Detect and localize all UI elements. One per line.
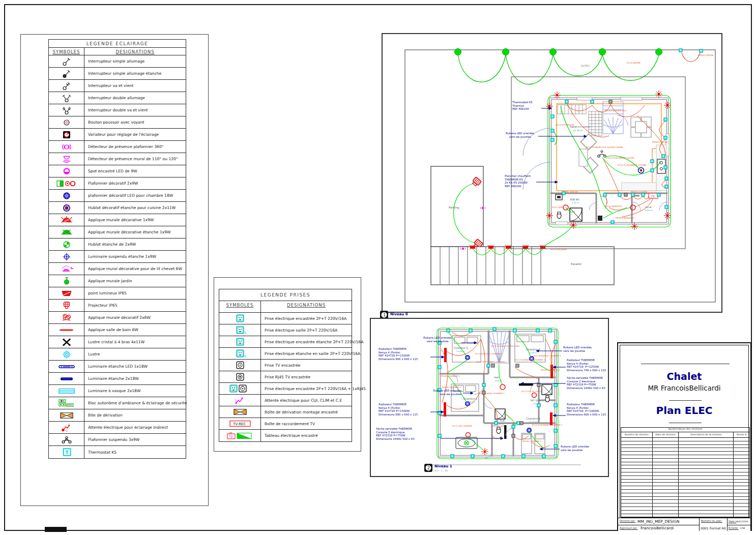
legend-label: Prise électrique saille 2P+T 220V/16A <box>261 324 337 336</box>
legend-row: Applique murale décoratif 2x6W <box>49 312 186 324</box>
wire-label: ECLA PLAFONNIER CHAMBRE 4 <box>532 424 563 426</box>
legend-label: Détecteur de présence plafonnier 360° <box>84 141 164 153</box>
legend-label: Interrupteur simple allumage étanche <box>84 68 161 79</box>
annotation-rubans-2: Rubans LED orientés vers les poutres <box>563 346 608 352</box>
interrupteur-va-et-vient-icon <box>49 80 84 92</box>
sheet-corner-chip <box>45 527 67 532</box>
info-date-scale: Date : 18/02/2026 Echelle: 1/50 <box>728 518 750 531</box>
projecteur-ip65-icon <box>49 300 84 311</box>
wire-label: ECLA RUBANS LED ESCALIER <box>491 345 519 347</box>
annotation-thermostat: Thermostat KS Thermor REF 400104 <box>512 101 543 111</box>
plafonnier-18-icon <box>49 190 84 201</box>
approved-value: FrancoisBellicardi <box>641 526 674 530</box>
legend-row: Lustre cristal à 4 bras 4x11W <box>49 336 186 348</box>
room-label-ch4: Chambre 4 <box>526 417 540 420</box>
legend-row: Variateur pour réglage de l'éclairage <box>49 129 186 141</box>
detecteur-mural-icon <box>49 153 84 165</box>
room-area: 11.50 m² <box>529 421 538 423</box>
legend-label: Attente électrique pour CUI, CLIM et C.E <box>261 395 342 406</box>
legend-row: TThermostat KS <box>49 446 186 458</box>
applique-etanche-icon <box>49 226 84 238</box>
legend-row: plafonnier décoratif LED pour chambre 18… <box>49 190 186 202</box>
revision-row <box>621 511 749 514</box>
prise-etanche-saille-icon: S <box>219 348 261 359</box>
revision-row <box>621 445 749 449</box>
legend-row: Luminaire à vasque 2x18W <box>49 385 186 397</box>
legend-row: TETableau électrique encastré <box>219 430 352 441</box>
prise-saille-icon: S <box>219 324 261 336</box>
legend-row: Lustre <box>49 348 186 361</box>
applique-1x9-icon <box>49 214 84 226</box>
wire-label: ECLA RUBANS CHAMBRE 1 <box>479 392 505 395</box>
legend-label: Luminaire suspendu étanche 1x9W <box>84 251 156 262</box>
revision-table-title: Nomenclature des révisions <box>621 428 749 432</box>
separator <box>669 423 702 423</box>
tableau-electrique-icon: TE <box>219 430 261 441</box>
legend-row: Bite de dérivation <box>49 409 186 422</box>
prise-encastree-etanche-icon <box>219 336 261 347</box>
svg-text:S: S <box>244 331 246 335</box>
legend-row: Plafonnier suspendu 3x9W <box>49 434 186 446</box>
variateur-icon <box>49 129 84 140</box>
legend-label: Prise électrique encastrée 2P+T 220V/16A <box>261 313 346 324</box>
prise-encastree-icon <box>219 313 261 324</box>
legend-label: plafonnier décoratif LED pour chambre 18… <box>84 190 173 201</box>
scale-value: 1/50 <box>740 527 745 529</box>
legend-row: Prise électrique encastrée étanche 2P+T … <box>219 336 352 348</box>
legend-row: Applique murale Jardin <box>49 275 186 287</box>
wire-label: PRISES CHAMBRE 3 <box>541 369 560 371</box>
niveau0-plan: Jardin ECLA JARDIN PRISES JARDIN Parking… <box>383 34 721 312</box>
annotation-radiateur-1: Radiateur THERMOR Kenya 4 (Fonte) REF 41… <box>379 347 432 361</box>
approved-label: Approuvé par: <box>620 526 637 529</box>
room-label-jardin: Jardin <box>580 64 590 68</box>
revision-row <box>621 500 749 503</box>
legend-label: Prise RJ45 TV encastrée <box>261 371 310 382</box>
legend-row: Luminaire suspendu étanche 1x9W <box>49 251 186 263</box>
separator <box>669 400 702 401</box>
revision-table: Nomenclature des révisions Numéro de rév… <box>621 427 750 518</box>
applique-2x6-icon <box>49 312 84 323</box>
thermostat-ks-icon: T <box>49 446 84 458</box>
svg-text:TE: TE <box>228 434 233 438</box>
revision-row <box>621 438 749 441</box>
revision-row <box>621 497 749 500</box>
room-area: 11.56 m² <box>529 351 538 354</box>
interrupteur-double-vv-icon <box>49 104 84 116</box>
luminaire-etanche-2x18-icon <box>49 373 84 384</box>
wire-label: PRISES SDB <box>493 425 505 427</box>
wire-label: PRISES CUISINE <box>631 191 648 193</box>
svg-text:TV-REC: TV-REC <box>232 422 246 426</box>
legend-label: Thermostat KS <box>84 446 117 458</box>
separator <box>641 364 730 364</box>
legend-label: Applique murale décoratif 2x6W <box>84 312 151 323</box>
plafonnier-suspendu-icon <box>49 434 84 445</box>
revision-row <box>621 455 749 459</box>
hublot-cuisine-icon <box>49 202 84 214</box>
client-name: MR FrancoisBellicardi <box>618 384 750 392</box>
plan-title: Plan ELEC <box>618 404 750 417</box>
revision-row <box>621 476 749 480</box>
hublot-etanche-icon <box>49 239 84 250</box>
legend-label: Boîte de dérivation montage encastré <box>261 406 338 418</box>
legend-row: Attente électrique pour CUI, CLIM et C.E <box>219 395 352 406</box>
legend-row: Interrupteur double va et vient <box>49 104 186 116</box>
wire-label: ECLA SDB WC ETAGE <box>521 390 542 393</box>
wire-label: PRISES CHAMBRE 1 <box>442 386 461 389</box>
prise-rj45-icon <box>219 371 261 382</box>
revision-row <box>621 441 749 445</box>
wire-label: ECLA PLAFONNIER CHAMBRE 3 <box>515 359 545 361</box>
legend-row: Bouton poussoir avec voyant <box>49 116 186 129</box>
attente-eclairage-icon: EI <box>49 422 84 433</box>
legend-row: Interrupteur double allumage <box>49 92 186 104</box>
wire-label: ECLA RUBANS LED SALON CUISINE <box>586 146 623 148</box>
col-header-designations: DESIGNATIONS <box>84 48 186 55</box>
legend-row: Interrupteur va et vient <box>49 80 186 92</box>
revision-row <box>621 465 749 469</box>
legend-row: Applique murale décorative 1x9W <box>49 214 186 226</box>
legend-row: Boîte de dérivation montage encastré <box>219 406 352 418</box>
luminaire-etanche-led-icon <box>49 361 84 372</box>
legend-label: Interrupteur double allumage <box>84 92 145 104</box>
legend-row: TV-RECBoîte de raccordement TV <box>219 418 352 430</box>
legend-label: Plafonnier décoratif 2x9W <box>84 177 138 189</box>
legend-row: Luminaire étanche LED 1x18W <box>49 361 186 373</box>
